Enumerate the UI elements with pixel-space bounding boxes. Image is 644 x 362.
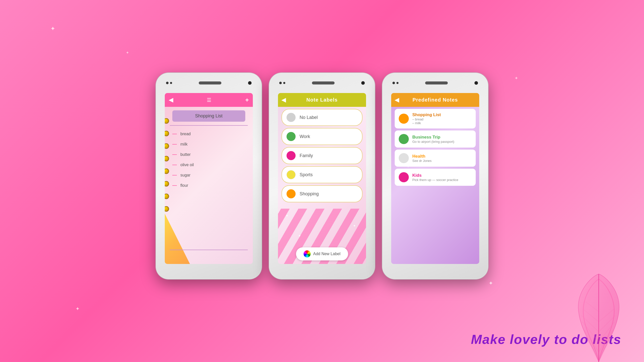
dash-icon: — [172, 162, 177, 167]
gold-accent [165, 214, 190, 264]
camera-dots-3 [392, 82, 398, 84]
phones-container: ◀ ☰ + Shopping List — bread — milk — b [156, 73, 488, 279]
shopping-list: — bread — milk — butter — olive oil — [165, 127, 253, 193]
label-text: Work [300, 134, 310, 139]
note-item-business[interactable]: Business Trip Go to airport (bring passp… [395, 130, 476, 148]
note-item-kids[interactable]: Kids Pick them up — soccer practice [395, 169, 476, 186]
dash-icon: — [172, 172, 177, 178]
camera-dot-2 [283, 82, 285, 84]
phone-1-screen: ◀ ☰ + Shopping List — bread — milk — b [165, 93, 253, 264]
note-content: Shopping List – bread– milk [412, 112, 441, 125]
camera-dot-1 [166, 82, 169, 84]
sparkle-icon: ✦ [353, 224, 356, 228]
ring [165, 143, 169, 149]
item-label: bread [180, 132, 191, 136]
phone-2-screen: ◀ Note Labels No Label Work Family Sport… [278, 93, 366, 264]
back-arrow-icon[interactable]: ◀ [281, 97, 286, 103]
label-dot-orange [287, 189, 296, 198]
speaker-1 [199, 81, 221, 84]
camera-dot-1 [392, 82, 395, 84]
back-arrow-icon[interactable]: ◀ [169, 97, 173, 103]
label-item-sports[interactable]: Sports [281, 166, 363, 183]
label-item-no-label[interactable]: No Label [281, 109, 363, 126]
add-icon[interactable]: + [245, 97, 249, 104]
note-item-shopping[interactable]: Shopping List – bread– milk [395, 109, 476, 128]
dash-icon: — [172, 131, 177, 137]
ring [165, 156, 169, 161]
hamburger-icon[interactable]: ☰ [207, 97, 211, 103]
phone-1: ◀ ☰ + Shopping List — bread — milk — b [156, 73, 262, 279]
camera-dot-2 [396, 82, 398, 84]
note-dot-green [399, 134, 409, 144]
add-new-label-button[interactable]: Add New Label [296, 247, 348, 260]
ring [165, 131, 169, 136]
back-arrow-icon[interactable]: ◀ [395, 97, 399, 103]
add-label-text: Add New Label [313, 252, 341, 256]
speaker-2 [312, 81, 335, 84]
list-item: — bread [170, 129, 248, 139]
camera-dots-1 [166, 82, 172, 84]
list-item: — milk [170, 139, 248, 149]
label-item-family[interactable]: Family [281, 147, 363, 164]
ring [165, 181, 169, 187]
label-text: Family [300, 153, 313, 158]
item-label: sugar [180, 173, 190, 177]
feather-decoration [566, 272, 631, 362]
list-item: — butter [170, 149, 248, 160]
dash-icon: — [172, 152, 177, 157]
camera-dot-1 [279, 82, 282, 84]
note-subtitle: – bread– milk [412, 117, 441, 125]
camera-dot-2 [170, 82, 172, 84]
note-labels-title: Note Labels [306, 97, 338, 103]
front-camera-1 [248, 81, 252, 85]
note-dot-gray [399, 153, 409, 163]
label-dot-yellow [287, 170, 296, 179]
note-title: Business Trip [412, 135, 454, 140]
ring [165, 168, 169, 174]
screen3-header: ◀ Predefined Notes [391, 93, 479, 107]
label-item-shopping[interactable]: Shopping [281, 185, 363, 202]
note-subtitle: Pick them up — soccer practice [412, 178, 458, 182]
note-title: Shopping List [412, 112, 441, 117]
item-label: milk [180, 142, 187, 147]
sparkle-icon: ✦ [489, 280, 493, 287]
sparkle-icon: ✦ [464, 173, 467, 177]
note-subtitle: Go to airport (bring passport) [412, 140, 454, 144]
label-text: Sports [300, 172, 313, 177]
dash-icon: — [172, 142, 177, 147]
speaker-3 [425, 81, 448, 84]
label-text: Shopping [300, 191, 319, 197]
list-item: — olive oil [170, 160, 248, 170]
note-content: Health See dr Jones [412, 154, 432, 163]
list-item: — sugar [170, 170, 248, 180]
spiral-rings [165, 118, 169, 212]
sparkle-icon: ✦ [286, 214, 289, 218]
predefined-notes-title: Predefined Notes [413, 97, 458, 103]
screen1-header: ◀ ☰ + [165, 93, 253, 107]
sparkle-icon: ✦ [406, 163, 410, 169]
phone-2: ◀ Note Labels No Label Work Family Sport… [269, 73, 375, 279]
shopping-list-title: Shopping List [172, 110, 245, 122]
sparkle-icon: ✦ [75, 306, 80, 312]
ring [165, 206, 169, 212]
phone-2-top [269, 73, 375, 93]
note-title: Health [412, 154, 432, 159]
sparkle-icon: ✦ [126, 50, 129, 55]
phone-3: ◀ Predefined Notes Shopping List – bread… [382, 73, 488, 279]
ring [165, 118, 169, 124]
note-content: Kids Pick them up — soccer practice [412, 173, 458, 182]
note-dot-pink [399, 172, 409, 182]
label-dot-green [287, 132, 296, 141]
note-title: Kids [412, 173, 458, 178]
label-text: No Label [300, 115, 318, 120]
label-item-work[interactable]: Work [281, 128, 363, 145]
note-content: Business Trip Go to airport (bring passp… [412, 135, 454, 144]
sparkle-icon: ✦ [514, 75, 518, 81]
phone-1-top [156, 73, 262, 93]
bottom-divider [170, 250, 248, 250]
sparkle-icon: ✦ [50, 25, 55, 32]
camera-dots-2 [279, 82, 285, 84]
ring [165, 194, 169, 199]
phone-3-screen: ◀ Predefined Notes Shopping List – bread… [391, 93, 479, 264]
item-label: butter [180, 152, 191, 157]
